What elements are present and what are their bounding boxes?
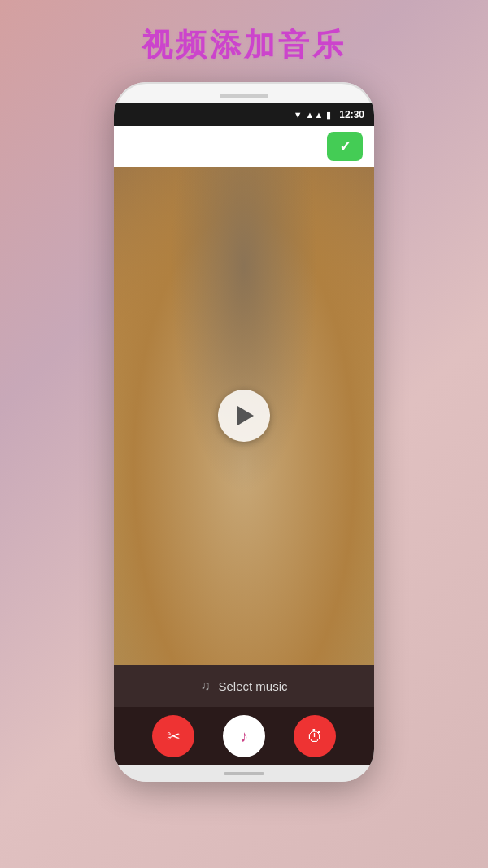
confirm-button[interactable]: ✓ — [327, 132, 363, 161]
wifi-icon: ▼ — [294, 110, 303, 120]
battery-icon: ▮ — [326, 110, 331, 120]
signal-icon: ▲▲ — [306, 110, 324, 120]
top-bar: ✓ — [114, 126, 374, 167]
bottom-toolbar: ✂ ♪ ⏱ — [114, 707, 374, 765]
music-select-bar[interactable]: ♫ Select music — [114, 665, 374, 707]
select-music-label: Select music — [218, 679, 287, 693]
phone-content: ✓ ♫ Select music ✂ ♪ — [114, 126, 374, 782]
play-triangle-icon — [237, 406, 254, 425]
home-indicator — [224, 772, 264, 775]
checkmark-icon: ✓ — [339, 137, 351, 155]
scissors-icon: ✂ — [167, 726, 181, 746]
music-file-icon: ♫ — [200, 678, 210, 693]
cut-button[interactable]: ✂ — [152, 715, 194, 757]
phone-shell: ▼ ▲▲ ▮ 12:30 ✓ ♫ Select music — [114, 82, 374, 782]
phone-frame: ▼ ▲▲ ▮ 12:30 ✓ ♫ Select music — [114, 82, 374, 782]
speed-button[interactable]: ⏱ — [294, 715, 336, 757]
status-bar: ▼ ▲▲ ▮ 12:30 — [114, 103, 374, 126]
status-time: 12:30 — [339, 109, 364, 120]
video-area[interactable] — [114, 167, 374, 665]
status-icons: ▼ ▲▲ ▮ 12:30 — [294, 109, 364, 120]
page-title: 视频添加音乐 — [142, 24, 346, 66]
music-note-icon: ♪ — [240, 727, 248, 746]
clock-icon: ⏱ — [307, 727, 323, 746]
play-button[interactable] — [218, 390, 270, 442]
phone-speaker — [220, 94, 268, 98]
home-bar — [114, 765, 374, 782]
music-button[interactable]: ♪ — [223, 715, 265, 757]
